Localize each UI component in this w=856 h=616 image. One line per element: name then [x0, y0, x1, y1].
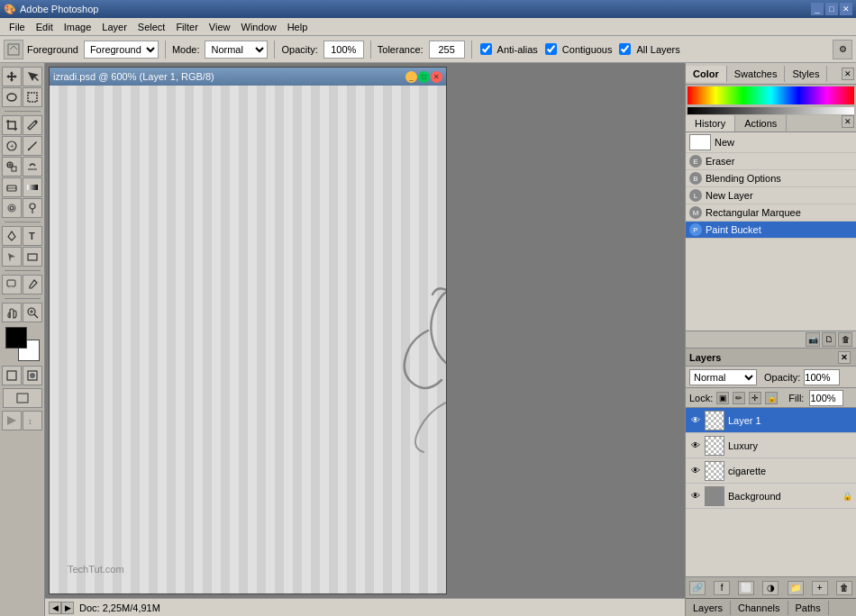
history-snapshot-button[interactable]: 📷 [806, 332, 820, 347]
layer-item-luxury[interactable]: 👁 Luxury [686, 433, 856, 458]
marquee-tool[interactable] [23, 87, 42, 107]
opacity-input[interactable] [323, 41, 364, 59]
history-item-eraser[interactable]: E Eraser [686, 153, 856, 170]
layer-eye-luxury[interactable]: 👁 [689, 439, 702, 452]
layers-opacity-input[interactable] [804, 369, 840, 385]
history-new-doc-button[interactable]: 🗋 [822, 332, 836, 347]
gradient-tool[interactable] [23, 177, 42, 197]
layers-list: 👁 Layer 1 👁 Luxury 👁 cigarette [686, 408, 856, 576]
extra-tool[interactable]: ↕ [23, 411, 42, 430]
history-panel-close[interactable]: ✕ [842, 115, 854, 128]
shape-tool[interactable] [23, 247, 42, 267]
hand-tool[interactable] [2, 303, 22, 322]
jump-to-imageready[interactable] [2, 411, 22, 430]
tab-swatches[interactable]: Swatches [727, 66, 786, 82]
quick-mask-button[interactable] [23, 366, 42, 385]
layer-link-button[interactable]: 🔗 [689, 581, 706, 595]
zoom-tool[interactable] [23, 303, 42, 322]
history-trash-button[interactable]: 🗑 [838, 332, 852, 347]
history-item-blend[interactable]: B Blending Options [686, 170, 856, 187]
all-layers-checkbox[interactable] [619, 43, 631, 55]
tool-dropdown[interactable]: Foreground [84, 41, 159, 59]
history-item-new[interactable]: New [686, 132, 856, 153]
lock-all-button[interactable]: 🔒 [765, 392, 778, 404]
selection-tool[interactable] [23, 67, 42, 86]
lock-image-button[interactable]: ✏ [733, 392, 745, 404]
tab-channels-bottom[interactable]: Channels [731, 601, 788, 615]
menu-view[interactable]: View [204, 20, 236, 34]
tab-layers-bottom[interactable]: Layers [686, 601, 731, 615]
layers-fill-input[interactable] [809, 390, 843, 406]
layer-adjustment-button[interactable]: ◑ [762, 581, 779, 595]
tab-paths-bottom[interactable]: Paths [788, 601, 829, 615]
dodge-tool[interactable] [23, 198, 42, 218]
eyedropper-tool[interactable] [23, 115, 42, 135]
screen-mode-row [3, 388, 42, 408]
panel-close-button[interactable]: ✕ [842, 68, 854, 80]
options-settings-button[interactable]: ⚙ [833, 40, 852, 59]
tab-history[interactable]: History [686, 115, 735, 131]
history-brush-tool[interactable] [23, 157, 42, 177]
menu-window[interactable]: Window [236, 20, 282, 34]
layer-new-button[interactable]: + [812, 581, 828, 595]
menu-layer[interactable]: Layer [96, 20, 132, 34]
eyedropper-tool-2[interactable] [23, 275, 42, 294]
status-nav-right[interactable]: ▶ [61, 602, 74, 614]
path-selection-tool[interactable] [2, 247, 22, 267]
minimize-button[interactable]: _ [811, 3, 824, 15]
lock-transparent-button[interactable]: ▣ [716, 392, 729, 404]
tab-actions[interactable]: Actions [735, 115, 787, 131]
layer-delete-button[interactable]: 🗑 [836, 581, 852, 595]
brush-tool[interactable] [23, 136, 42, 156]
layer-item-layer1[interactable]: 👁 Layer 1 [686, 408, 856, 433]
doc-close-button[interactable]: ✕ [431, 71, 442, 83]
tab-color[interactable]: Color [686, 66, 727, 82]
mode-dropdown[interactable]: Normal [205, 41, 268, 59]
layers-panel-close[interactable]: ✕ [838, 351, 851, 364]
menu-select[interactable]: Select [132, 20, 171, 34]
menu-help[interactable]: Help [282, 20, 314, 34]
foreground-color-box[interactable] [5, 327, 27, 349]
history-item-new-layer[interactable]: L New Layer [686, 187, 856, 204]
tool-preset-picker[interactable] [4, 40, 23, 59]
eraser-tool[interactable] [2, 177, 22, 197]
close-button[interactable]: ✕ [840, 3, 852, 15]
annotations-tool[interactable] [2, 275, 22, 294]
layers-blend-mode[interactable]: Normal [689, 369, 757, 385]
screen-mode-button[interactable] [3, 388, 42, 408]
tolerance-input[interactable] [429, 41, 465, 59]
layer-group-button[interactable]: 📁 [788, 581, 804, 595]
menu-edit[interactable]: Edit [31, 20, 59, 34]
layer-eye-layer1[interactable]: 👁 [689, 414, 702, 427]
crop-tool[interactable] [2, 115, 22, 135]
pen-tool[interactable] [2, 226, 22, 246]
menu-image[interactable]: Image [59, 20, 97, 34]
history-item-paintbucket[interactable]: P Paint Bucket [686, 222, 856, 239]
standard-mode-button[interactable] [2, 366, 22, 385]
history-item-marquee[interactable]: M Rectangular Marquee [686, 204, 856, 222]
doc-maximize-button[interactable]: □ [418, 71, 430, 83]
maximize-button[interactable]: □ [825, 3, 838, 15]
move-tool[interactable] [2, 67, 22, 86]
text-tool[interactable]: T [23, 226, 42, 246]
layer-item-cigarette[interactable]: 👁 cigarette [686, 458, 856, 484]
tab-styles[interactable]: Styles [785, 66, 827, 82]
layer-style-button[interactable]: f [714, 581, 730, 595]
clone-tool[interactable] [2, 157, 22, 177]
layer-eye-background[interactable]: 👁 [689, 490, 702, 503]
blur-tool[interactable] [2, 198, 22, 218]
doc-minimize-button[interactable]: _ [405, 71, 417, 83]
anti-alias-checkbox[interactable] [480, 43, 492, 55]
status-nav-left[interactable]: ◀ [49, 602, 61, 614]
menu-filter[interactable]: Filter [170, 20, 203, 34]
contiguous-checkbox[interactable] [545, 43, 557, 55]
lasso-tool[interactable] [2, 87, 22, 107]
color-gradient-bar[interactable] [688, 86, 854, 104]
layer-item-background[interactable]: 👁 Background 🔒 [686, 484, 856, 509]
bw-gradient-bar[interactable] [688, 107, 854, 114]
heal-tool[interactable]: + [2, 136, 22, 156]
lock-position-button[interactable]: ✛ [749, 392, 761, 404]
layer-eye-cigarette[interactable]: 👁 [689, 465, 702, 477]
menu-file[interactable]: File [4, 20, 31, 34]
layer-mask-button[interactable]: ⬜ [738, 581, 754, 595]
